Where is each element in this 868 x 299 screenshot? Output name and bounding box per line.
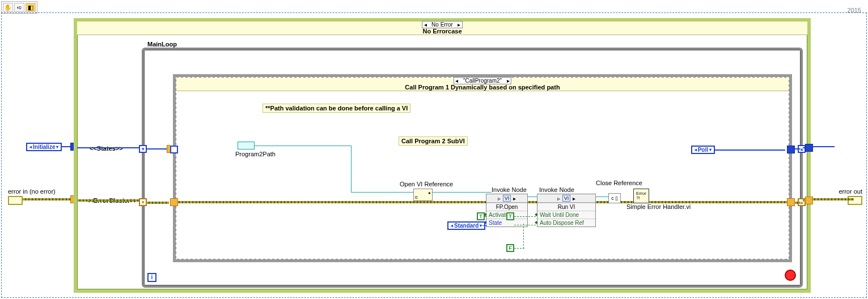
- inner-case-strip: ◂ "CallProgram2" ▸ Call Program 1 Dynami…: [176, 78, 789, 91]
- states-wire-to-loop: [77, 147, 139, 148]
- bool-wire-activate: [485, 216, 487, 217]
- initialize-ring[interactable]: ◂ Initialize ▾: [26, 143, 62, 151]
- close-ref-icon: c: [611, 195, 614, 201]
- inner-case-structure[interactable]: ◂ "CallProgram2" ▸ Call Program 1 Dynami…: [170, 71, 795, 265]
- bool-wire-adr-v: [523, 224, 524, 249]
- case-next-icon[interactable]: ▸: [456, 22, 462, 28]
- path-wire-h2: [351, 192, 413, 193]
- invoke2-param-wait[interactable]: Wait Until Done: [537, 211, 595, 219]
- openvi-ref-icon: ▸: [429, 190, 431, 195]
- openvi-options-value: 0: [415, 195, 417, 200]
- path-validation-note: **Path validation can be done before cal…: [262, 104, 410, 113]
- error-in-terminal[interactable]: [8, 196, 23, 205]
- poll-ring[interactable]: ◂ Poll ▾: [691, 146, 715, 154]
- bool-wire-adr-h: [514, 225, 536, 225]
- invoke-node-fp-open[interactable]: ▹VI▸ FP.Open Activate State: [486, 194, 528, 227]
- poll-wire: [715, 150, 785, 151]
- arrow-icon: ➪: [17, 4, 22, 11]
- ring-left-icon: ◂: [29, 144, 32, 150]
- probe-tool-button[interactable]: ◧: [26, 3, 36, 12]
- poll-ring-label: Poll: [698, 147, 708, 153]
- ring-left-icon: ◂: [451, 223, 453, 228]
- param-pin-icon: [535, 221, 538, 224]
- invoke2-class: VI: [562, 195, 571, 202]
- bool-false-autodispose[interactable]: F: [506, 244, 514, 252]
- invoke2-ref-out-icon: ▸: [573, 195, 575, 202]
- standard-ring-container: ◂ Standard ▾: [447, 221, 485, 230]
- ring-down-icon: ▾: [480, 223, 482, 228]
- pan-tool-button[interactable]: ✋: [3, 3, 13, 12]
- error-wire-loop-to-case: [146, 202, 169, 204]
- invoke2-method[interactable]: Run VI: [537, 203, 595, 211]
- ring-down-icon: ▾: [56, 144, 58, 150]
- path-wire-h1: [255, 146, 351, 146]
- invoke1-ref-out-icon: ▸: [513, 195, 516, 202]
- case-prev-icon[interactable]: ◂: [422, 22, 428, 28]
- invoke1-header: ▹VI▸: [486, 194, 527, 203]
- invoke1-ref-in-icon: ▹: [498, 195, 501, 202]
- invoke2-param-autodispose[interactable]: Auto Dispose Ref: [537, 219, 595, 227]
- bool-wire-wait: [514, 216, 536, 217]
- states-wire-right-outer: [812, 146, 835, 147]
- outer-case-structure[interactable]: ◂ No Error ▸ No Errorcase <<States>> <<E…: [74, 18, 811, 293]
- outer-case-selector-label: No Error: [428, 22, 456, 28]
- close-reference-node[interactable]: c▯: [608, 193, 621, 203]
- error-out-terminal[interactable]: [848, 196, 862, 205]
- invoke1-method[interactable]: FP.Open: [486, 203, 527, 211]
- inner-tunnel-error-out[interactable]: [787, 198, 795, 206]
- bool-true-activate[interactable]: T: [477, 212, 485, 220]
- shiftreg-left-states[interactable]: ▾: [139, 145, 147, 153]
- seh-icon-text: Error?!: [636, 191, 646, 200]
- inner-tunnel-states-out[interactable]: [787, 146, 795, 153]
- simple-error-handler-label: Simple Error Handler.vi: [626, 203, 691, 210]
- error-wire-right-outer: [812, 198, 854, 200]
- inner-case-next-icon[interactable]: ▸: [505, 78, 511, 84]
- ring-down-icon: ▾: [709, 147, 712, 152]
- error-out-label: error out: [839, 188, 862, 195]
- param-pin-icon: [535, 213, 538, 216]
- refnum-wire-3: [596, 197, 608, 197]
- initialize-ring-container: ◂ Initialize ▾: [26, 143, 62, 151]
- standard-ring-label: Standard: [454, 223, 479, 229]
- simple-error-handler-vi[interactable]: Error?!: [633, 189, 649, 203]
- inner-case-prev-icon[interactable]: ◂: [454, 78, 460, 84]
- bool-wire-adr-h2: [514, 248, 524, 249]
- arrow-tool-button[interactable]: ➪: [14, 3, 24, 12]
- refnum-wire-1: [433, 192, 492, 193]
- error-wire-case-to-sr: [795, 202, 801, 204]
- doc-icon: ▯: [615, 195, 618, 201]
- states-wire-case-to-sr: [795, 148, 801, 150]
- open-vi-reference-node[interactable]: 0 ▸: [413, 189, 433, 201]
- poll-ring-container: ◂ Poll ▾: [691, 146, 715, 154]
- green-tunnel-states-out[interactable]: [805, 144, 813, 152]
- invoke2-header: ▹VI▸: [537, 194, 595, 203]
- inner-case-selector-label: "CallProgram2": [460, 78, 505, 84]
- inner-tunnel-states-in[interactable]: [170, 146, 178, 153]
- states-label: <<States>>: [90, 145, 123, 152]
- outer-case-strip: ◂ No Error ▸ No Errorcase: [77, 22, 807, 35]
- inner-case-body: ◂ "CallProgram2" ▸ Call Program 1 Dynami…: [176, 78, 789, 259]
- toolbar: ✋ ➪ ◧: [1, 1, 37, 14]
- error-wire-to-loop: [77, 199, 139, 202]
- error-wire-left-outer: [23, 198, 77, 200]
- shiftreg-left-error[interactable]: ▾: [139, 198, 147, 206]
- program2path-control[interactable]: [238, 142, 255, 150]
- states-wire-loop-to-case: [146, 148, 169, 150]
- invoke1-class: VI: [503, 195, 511, 202]
- while-loop[interactable]: MainLoop ▾ ▾ ▴ ▴ i ◂ "CallProgram2" ▸: [142, 48, 803, 288]
- loop-stop-terminal[interactable]: [785, 270, 796, 281]
- iteration-terminal[interactable]: i: [147, 273, 156, 282]
- standard-ring[interactable]: ◂ Standard ▾: [447, 221, 485, 230]
- inner-tunnel-error-in[interactable]: [170, 198, 178, 206]
- initialize-ring-label: Initialize: [33, 144, 55, 150]
- bool-true-wait[interactable]: T: [506, 212, 514, 220]
- close-reference-label: Close Reference: [596, 180, 642, 186]
- invoke-node-2-label: Invoke Node: [539, 186, 574, 193]
- error-in-label: error in (no error): [8, 188, 56, 195]
- state-wire: [482, 225, 487, 226]
- invoke2-ref-in-icon: ▹: [557, 195, 560, 202]
- outer-case-title: No Errorcase: [77, 28, 807, 35]
- subvi-note: Call Program 2 SubVI: [399, 136, 468, 146]
- invoke-node-run-vi[interactable]: ▹VI▸ Run VI Wait Until Done Auto Dispose…: [537, 194, 596, 227]
- open-vi-ref-label: Open VI Reference: [400, 181, 453, 187]
